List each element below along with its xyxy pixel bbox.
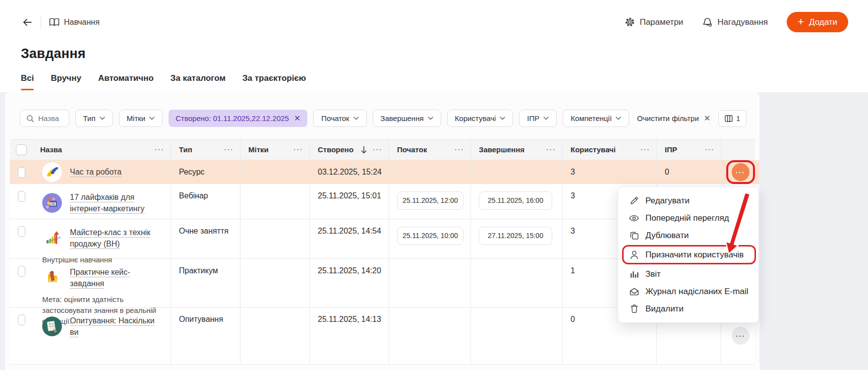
column-menu-icon[interactable]: ··· xyxy=(224,146,234,154)
name-cell: Опитування: Наскільки ви xyxy=(32,308,171,364)
menu-item-preview[interactable]: Попередній перегляд xyxy=(618,209,758,227)
menu-item-edit[interactable]: Редагувати xyxy=(618,192,758,209)
course-link[interactable]: Майстер-клас з технік продажу (ВН) xyxy=(70,227,164,249)
header-end-label: Завершення xyxy=(479,145,524,154)
column-menu-icon[interactable]: ··· xyxy=(373,146,383,154)
sort-desc-icon[interactable] xyxy=(360,146,367,154)
name-cell: 17 лайфхаків для інтернет-маркетингу xyxy=(32,184,171,220)
filter-created-chip[interactable]: Створено: 01.11.2025,22.12.2025 ✕ xyxy=(169,110,307,127)
header-name-label: Назва xyxy=(40,145,62,154)
clear-filters-button[interactable]: Очистити фільтри ✕ xyxy=(635,114,712,123)
row-checkbox[interactable] xyxy=(18,314,25,325)
course-link[interactable]: Практичне кейс-завдання xyxy=(70,266,164,289)
filter-created-label: Створено: 01.11.2025,22.12.2025 xyxy=(175,114,289,123)
module-label: Навчання xyxy=(64,18,100,27)
row-context-menu: Редагувати Попередній перегляд Дублювати… xyxy=(618,186,759,323)
tags-cell xyxy=(240,184,310,220)
end-cell xyxy=(471,160,563,184)
row-checkbox[interactable] xyxy=(18,191,25,202)
duplicate-icon xyxy=(629,231,639,240)
header-created: Створено ··· xyxy=(310,139,389,160)
header-name: Назва··· xyxy=(32,139,171,160)
table-row[interactable]: Час та робота Ресурс 03.12.2025, 15:24 3… xyxy=(10,160,754,184)
filter-end[interactable]: Завершення xyxy=(373,110,441,127)
row-checkbox-cell xyxy=(10,160,32,184)
menu-item-label: Дублювати xyxy=(645,231,689,241)
eye-icon xyxy=(629,215,639,222)
row-checkbox[interactable] xyxy=(18,266,25,277)
mail-icon xyxy=(629,288,639,296)
chevron-down-icon xyxy=(353,117,359,120)
course-link[interactable]: 17 лайфхаків для інтернет-маркетингу xyxy=(70,191,164,214)
course-link[interactable]: Час та робота xyxy=(70,166,121,178)
chevron-down-icon xyxy=(616,117,621,120)
user-icon xyxy=(629,250,639,259)
filter-competencies[interactable]: Компетенції xyxy=(563,110,629,127)
plus-icon: + xyxy=(798,16,804,27)
row-checkbox[interactable] xyxy=(18,167,25,178)
columns-icon xyxy=(725,115,733,122)
search-input-wrapper xyxy=(20,110,69,127)
filter-tags[interactable]: Мітки xyxy=(119,110,163,127)
column-menu-icon[interactable]: ··· xyxy=(705,146,715,154)
pencil-icon xyxy=(629,196,639,205)
created-cell: 25.11.2025, 15:01 xyxy=(310,184,389,220)
settings-button[interactable]: Параметри xyxy=(625,17,683,27)
menu-item-label: Звіт xyxy=(645,269,661,279)
column-menu-icon[interactable]: ··· xyxy=(155,146,165,154)
chevron-down-icon xyxy=(149,117,155,120)
tab-by-trajectory[interactable]: За траєкторією xyxy=(242,73,306,90)
module-breadcrumb[interactable]: Навчання xyxy=(49,18,100,27)
filter-users[interactable]: Користувачі xyxy=(447,110,514,127)
row-actions-button[interactable]: ··· xyxy=(732,163,750,181)
tab-manual[interactable]: Вручну xyxy=(51,73,81,90)
row-checkbox[interactable] xyxy=(18,226,25,237)
menu-item-report[interactable]: Звіт xyxy=(618,265,758,283)
header-tags-label: Мітки xyxy=(248,145,269,154)
header: Навчання Параметри Нагадування + xyxy=(0,0,868,92)
filter-ipr[interactable]: ІПР xyxy=(519,110,557,127)
topbar-left: Навчання xyxy=(22,17,100,28)
reminders-button[interactable]: Нагадування xyxy=(702,17,768,28)
start-date-box: 25.11.2025, 12:00 xyxy=(397,191,463,210)
tags-cell xyxy=(240,308,310,364)
header-type: Тип··· xyxy=(171,139,240,160)
column-menu-icon[interactable]: ··· xyxy=(455,146,464,154)
filter-type[interactable]: Тип xyxy=(75,110,113,127)
trash-icon xyxy=(629,305,639,313)
select-all-checkbox[interactable] xyxy=(16,144,27,155)
end-cell: 25.11.2025, 16:00 xyxy=(471,184,563,220)
start-date-box: 25.11.2025, 10:00 xyxy=(397,227,463,245)
search-input[interactable] xyxy=(38,114,63,123)
filter-start[interactable]: Початок xyxy=(313,110,366,127)
column-menu-icon[interactable]: ··· xyxy=(293,146,303,154)
row-checkbox-cell xyxy=(10,184,32,220)
tab-all[interactable]: Всі xyxy=(21,73,34,90)
filter-ipr-label: ІПР xyxy=(527,114,539,123)
clear-close-icon: ✕ xyxy=(704,114,710,123)
menu-item-email-log[interactable]: Журнал надісланих E-mail xyxy=(618,283,758,300)
row-actions-button[interactable]: ··· xyxy=(732,327,750,345)
tab-by-catalog[interactable]: За каталогом xyxy=(171,73,226,90)
add-button[interactable]: + Додати xyxy=(787,12,848,32)
chevron-down-icon xyxy=(100,117,105,120)
tabs: Всі Вручну Автоматично За каталогом За т… xyxy=(21,73,868,90)
ipr-cell: 0 xyxy=(657,160,721,184)
columns-settings-button[interactable]: 1 xyxy=(718,110,747,127)
clear-filters-label: Очистити фільтри xyxy=(637,114,699,123)
column-menu-icon[interactable]: ··· xyxy=(546,146,556,154)
back-button[interactable] xyxy=(22,17,33,28)
users-cell: 3 xyxy=(563,160,657,184)
column-menu-icon[interactable]: ··· xyxy=(640,146,650,154)
menu-item-assign-users[interactable]: Призначити користувачів xyxy=(622,245,756,264)
settings-label: Параметри xyxy=(639,17,683,27)
row-checkbox-cell xyxy=(10,308,32,364)
menu-item-duplicate[interactable]: Дублювати xyxy=(618,227,758,244)
chip-close-icon[interactable]: ✕ xyxy=(294,114,300,123)
course-link[interactable]: Опитування: Наскільки ви xyxy=(70,315,164,338)
menu-item-delete[interactable]: Видалити xyxy=(618,300,758,317)
start-cell: 25.11.2025, 12:00 xyxy=(389,184,471,220)
header-start-label: Початок xyxy=(397,145,427,154)
tab-automatic[interactable]: Автоматично xyxy=(98,73,154,90)
header-checkbox-cell xyxy=(10,139,32,160)
